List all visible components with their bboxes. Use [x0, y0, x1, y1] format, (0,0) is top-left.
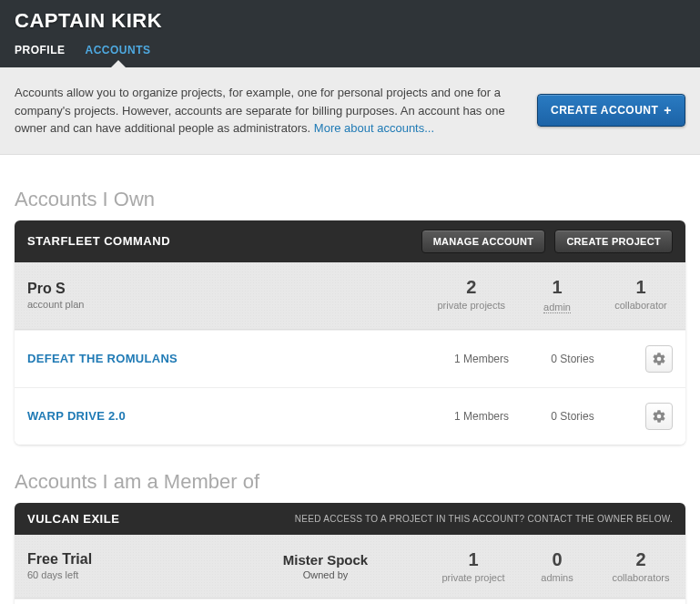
stat-admin: 1 admin — [525, 277, 589, 314]
stat-num: 2 — [437, 277, 505, 298]
stat-label: private projects — [437, 300, 505, 311]
project-row: WARP DRIVE 2.0 1 Members 0 Stories — [15, 387, 685, 445]
plan-row: Free Trial 60 days left Mister Spock Own… — [15, 535, 685, 599]
project-row: REBUILD CIVILIZATION 2 Members 0 Stories — [15, 599, 685, 605]
stat-label: collaborators — [609, 572, 673, 583]
project-settings-button[interactable] — [645, 403, 673, 430]
intro-strip: Accounts allow you to organize projects,… — [0, 67, 700, 155]
project-members: 1 Members — [436, 410, 527, 423]
header-bar: CAPTAIN KIRK PROFILE ACCOUNTS — [0, 0, 700, 67]
section-title-owned: Accounts I Own — [15, 188, 685, 211]
project-members: 1 Members — [436, 353, 527, 365]
stat-collaborators: 2 collaborators — [609, 549, 673, 583]
stat-num: 1 — [609, 277, 673, 298]
create-project-button[interactable]: CREATE PROJECT — [554, 230, 673, 253]
stat-label[interactable]: admin — [543, 302, 571, 313]
project-link[interactable]: WARP DRIVE 2.0 — [27, 409, 436, 423]
owner-sub: Owned by — [209, 569, 441, 580]
stat-admins: 0 admins — [525, 549, 589, 583]
more-about-accounts-link[interactable]: More about accounts... — [314, 121, 434, 135]
stat-num: 1 — [525, 277, 589, 298]
stat-num: 1 — [441, 549, 505, 570]
plan-row: Pro S account plan 2 private projects 1 … — [15, 262, 685, 330]
plan-sub: account plan — [27, 299, 209, 310]
project-row: DEFEAT THE ROMULANS 1 Members 0 Stories — [15, 330, 685, 387]
stat-private-project: 1 private project — [441, 549, 505, 583]
account-card-owned: STARFLEET COMMAND MANAGE ACCOUNT CREATE … — [15, 220, 685, 445]
stat-num: 2 — [609, 549, 673, 570]
account-name: STARFLEET COMMAND — [27, 234, 412, 248]
intro-text: Accounts allow you to organize projects,… — [15, 84, 519, 138]
plus-icon: + — [664, 104, 672, 117]
stat-label: private project — [441, 572, 505, 583]
owner-column: Mister Spock Owned by — [209, 552, 441, 580]
tabs: PROFILE ACCOUNTS — [15, 44, 685, 67]
section-owned: Accounts I Own STARFLEET COMMAND MANAGE … — [15, 188, 685, 445]
project-stories: 0 Stories — [527, 353, 618, 365]
stat-private-projects: 2 private projects — [437, 277, 505, 314]
stats: 2 private projects 1 admin 1 collaborato… — [437, 277, 673, 314]
section-title-member: Accounts I am a Member of — [15, 470, 685, 494]
stat-label: admins — [525, 572, 589, 583]
account-name: VULCAN EXILE — [27, 512, 286, 526]
gear-icon — [652, 352, 666, 366]
account-header-note: NEED ACCESS TO A PROJECT IN THIS ACCOUNT… — [295, 514, 673, 524]
create-account-button[interactable]: CREATE ACCOUNT + — [537, 94, 685, 127]
plan-sub: 60 days left — [27, 569, 209, 580]
account-card-member: VULCAN EXILE NEED ACCESS TO A PROJECT IN… — [15, 503, 685, 605]
plan-name: Pro S — [27, 281, 209, 297]
project-stories: 0 Stories — [527, 410, 618, 423]
stat-collaborator: 1 collaborator — [609, 277, 673, 314]
project-settings-button[interactable] — [645, 345, 673, 373]
stats: 1 private project 0 admins 2 collaborato… — [441, 549, 673, 583]
manage-account-button[interactable]: MANAGE ACCOUNT — [421, 230, 546, 253]
tab-profile[interactable]: PROFILE — [15, 44, 66, 67]
account-header: VULCAN EXILE NEED ACCESS TO A PROJECT IN… — [15, 503, 685, 535]
gear-icon — [652, 409, 666, 424]
page-title: CAPTAIN KIRK — [15, 9, 685, 33]
create-account-label: CREATE ACCOUNT — [551, 104, 658, 117]
project-link[interactable]: DEFEAT THE ROMULANS — [27, 352, 436, 365]
owner-name: Mister Spock — [209, 552, 441, 568]
section-member: Accounts I am a Member of VULCAN EXILE N… — [15, 470, 685, 605]
stat-num: 0 — [525, 549, 589, 570]
account-header: STARFLEET COMMAND MANAGE ACCOUNT CREATE … — [15, 220, 685, 262]
plan-name: Free Trial — [27, 551, 209, 568]
stat-label: collaborator — [609, 300, 673, 311]
tab-accounts[interactable]: ACCOUNTS — [86, 44, 151, 67]
